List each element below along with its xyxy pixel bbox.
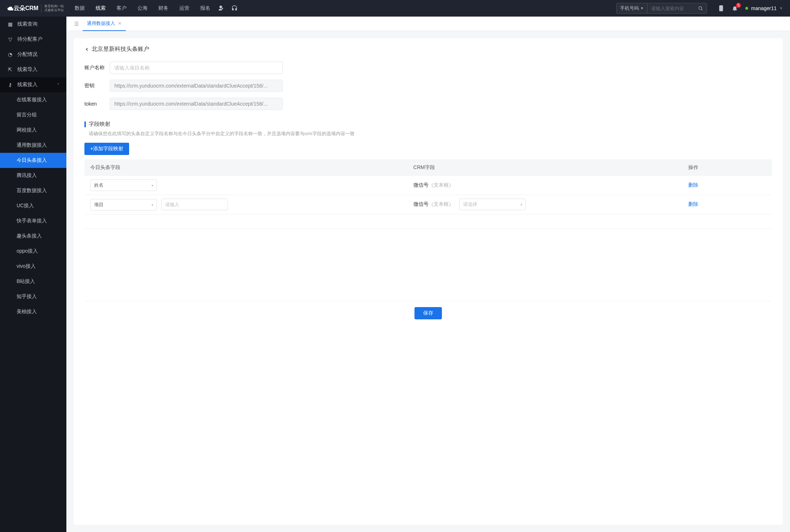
row-secret: 密钥	[84, 80, 772, 92]
crm-option-select[interactable]: 请选择	[459, 199, 526, 210]
search-button[interactable]	[694, 6, 707, 11]
logo-subtitle: 教育机构一站 式服务云平台	[41, 4, 64, 12]
chevron-up-icon: ˄	[57, 83, 59, 87]
content-scroll: 北京昱新科技头条账户 账户名称 密钥 token 字段映射	[66, 31, 790, 532]
table-row-empty	[84, 214, 772, 229]
sidebar: ▦ 线索查询 ▽ 待分配客户 ◔ 分配情况 ⇱ 线索导入 ⚷ 线索接入 ˄ 在线…	[0, 17, 66, 532]
table-row: 姓名 ▾ 微信号（文本框） 删除	[84, 176, 772, 195]
page-title: 北京昱新科技头条账户	[92, 45, 149, 53]
svg-point-0	[699, 6, 702, 9]
status-dot	[745, 7, 748, 10]
user-name: manager11	[751, 5, 777, 11]
account-label: 账户名称	[84, 65, 110, 71]
filter-icon: ▽	[7, 36, 13, 42]
tab-close-icon[interactable]: ✕	[118, 21, 122, 26]
row-account: 账户名称	[84, 62, 772, 74]
user-add-icon[interactable]	[218, 5, 224, 12]
sidebar-sub-online[interactable]: 在线客服接入	[0, 92, 66, 107]
sidebar-sub-uc[interactable]: UC接入	[0, 198, 66, 213]
nav-leads[interactable]: 线索	[96, 5, 106, 12]
delete-row-link[interactable]: 删除	[688, 182, 698, 188]
sidebar-sub-school[interactable]: 网校接入	[0, 123, 66, 138]
sidebar-sub-oppo[interactable]: oppo接入	[0, 244, 66, 259]
notification-button[interactable]: 5	[732, 5, 738, 12]
section-mapping-head: 字段映射	[84, 121, 772, 128]
search-group: 手机号码 ▼	[616, 3, 707, 14]
sidebar-import[interactable]: ⇱ 线索导入	[0, 62, 66, 77]
nav-finance[interactable]: 财务	[158, 5, 168, 12]
search-input[interactable]	[648, 6, 694, 11]
source-field-select[interactable]: 项目	[90, 199, 157, 210]
save-button[interactable]: 保存	[414, 307, 442, 319]
notification-badge: 5	[736, 3, 741, 8]
tabs-bar: ☰ 通用数据接入 ✕	[66, 17, 790, 31]
delete-row-link[interactable]: 删除	[688, 201, 698, 207]
main-nav: 数据 线索 客户 公海 财务 运营 报名	[75, 5, 210, 12]
logo: 云朵CRM 教育机构一站 式服务云平台	[7, 4, 64, 12]
section-title: 字段映射	[89, 121, 110, 128]
col-op: 操作	[683, 159, 772, 176]
crm-field-hint: （文本框）	[429, 182, 454, 188]
sidebar-sub-zhihu[interactable]: 知乎接入	[0, 289, 66, 304]
source-field-select[interactable]: 姓名	[90, 179, 157, 191]
search-icon	[698, 6, 703, 11]
sidebar-sub-meiyou[interactable]: 美柚接入	[0, 304, 66, 319]
row-token: token	[84, 98, 772, 110]
nav-public[interactable]: 公海	[137, 5, 148, 12]
tab-generic-data[interactable]: 通用数据接入 ✕	[83, 17, 126, 31]
add-mapping-button[interactable]: +添加字段映射	[84, 143, 129, 155]
main-area: ☰ 通用数据接入 ✕ 北京昱新科技头条账户 账户名称 密钥	[66, 17, 790, 532]
user-menu[interactable]: manager11 ▼	[745, 5, 783, 11]
sidebar-sub-qutoutiao[interactable]: 趣头条接入	[0, 229, 66, 244]
sidebar-sub-toutiao[interactable]: 今日头条接入	[0, 153, 66, 168]
logo-brand: 云朵CRM	[7, 5, 38, 12]
sidebar-sub-vivo[interactable]: vivo接入	[0, 259, 66, 274]
mapping-table: 今日头条字段 CRM字段 操作 姓名 ▾	[84, 159, 772, 229]
sidebar-pending[interactable]: ▽ 待分配客户	[0, 32, 66, 47]
crm-field-text: 微信号	[413, 201, 429, 207]
export-icon: ⇱	[7, 67, 13, 72]
svg-point-2	[721, 10, 722, 10]
nav-ops[interactable]: 运营	[179, 5, 189, 12]
tabs-collapse-icon[interactable]: ☰	[71, 21, 83, 27]
sidebar-sub-tencent[interactable]: 腾讯接入	[0, 168, 66, 183]
sidebar-lead-query[interactable]: ▦ 线索查询	[0, 17, 66, 32]
sidebar-sub-bilibili[interactable]: B站接入	[0, 274, 66, 289]
section-hint: 请确保您在此填写的头条自定义字段名称与在今日头条平台中自定义的字段名称一致，并且…	[84, 130, 772, 137]
account-input[interactable]	[110, 62, 283, 74]
nav-customers[interactable]: 客户	[117, 5, 127, 12]
crm-field-hint2: （文本框）	[429, 201, 454, 207]
sidebar-sub-kuaishou[interactable]: 快手表单接入	[0, 213, 66, 229]
cloud-icon	[7, 5, 14, 12]
sidebar-distribution[interactable]: ◔ 分配情况	[0, 47, 66, 62]
secret-label: 密钥	[84, 83, 110, 89]
sidebar-sub-generic[interactable]: 通用数据接入	[0, 138, 66, 153]
nav-data[interactable]: 数据	[75, 5, 85, 12]
token-input[interactable]	[110, 98, 283, 110]
clock-icon: ◔	[7, 52, 13, 57]
breadcrumb: 北京昱新科技头条账户	[84, 45, 772, 53]
section-bar	[84, 121, 86, 127]
panel: 北京昱新科技头条账户 账户名称 密钥 token 字段映射	[74, 38, 783, 525]
grid-icon: ▦	[7, 21, 13, 27]
back-arrow-icon[interactable]	[84, 47, 89, 52]
table-row: 项目 ▾ 微信号（文本框） 请选择	[84, 195, 772, 214]
token-label: token	[84, 101, 110, 107]
mobile-icon[interactable]	[718, 5, 724, 12]
plug-icon: ⚷	[7, 82, 13, 88]
search-type-select[interactable]: 手机号码 ▼	[616, 3, 648, 13]
sidebar-access-group[interactable]: ⚷ 线索接入 ˄	[0, 77, 66, 92]
source-value-input[interactable]	[161, 199, 228, 210]
sidebar-sub-message[interactable]: 留言分组	[0, 107, 66, 123]
headset-icon[interactable]	[231, 5, 238, 12]
top-header: 云朵CRM 教育机构一站 式服务云平台 数据 线索 客户 公海 财务 运营 报名…	[0, 0, 790, 17]
crm-field-text: 微信号	[413, 182, 429, 188]
sidebar-sub-baidu[interactable]: 百度数据接入	[0, 183, 66, 198]
footer-bar: 保存	[84, 301, 772, 325]
col-source: 今日头条字段	[84, 159, 408, 176]
col-crm: CRM字段	[408, 159, 683, 176]
nav-signup[interactable]: 报名	[200, 5, 210, 12]
secret-input[interactable]	[110, 80, 283, 92]
